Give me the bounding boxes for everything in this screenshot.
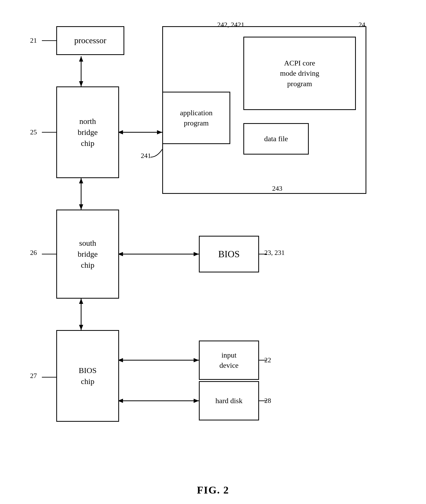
hard-disk-box: hard disk (199, 381, 259, 420)
input-device-box: input device (199, 341, 259, 380)
svg-marker-20 (194, 399, 199, 403)
south-bridge-box: south bridge chip (56, 210, 119, 299)
bios-chip-box: BIOS chip (56, 330, 119, 422)
label-24: 24 (358, 21, 365, 29)
label-25: 25 (30, 128, 37, 136)
bios-box: BIOS (199, 236, 259, 272)
application-program-box: application program (162, 92, 230, 144)
svg-marker-2 (79, 56, 83, 62)
label-27: 27 (30, 372, 37, 380)
label-243: 243 (272, 185, 282, 193)
label-28: 28 (264, 397, 271, 405)
svg-marker-17 (194, 358, 199, 362)
svg-marker-11 (157, 130, 162, 134)
acpi-core-box: ACPI core mode driving program (243, 37, 356, 110)
north-bridge-box: north bridge chip (56, 86, 119, 178)
svg-marker-5 (79, 178, 83, 183)
svg-marker-7 (79, 325, 83, 330)
data-file-box: data file (243, 123, 309, 155)
label-22: 22 (264, 356, 271, 364)
label-21: 21 (30, 37, 37, 45)
processor-box: processor (56, 26, 124, 55)
label-26: 26 (30, 249, 37, 257)
figure-caption: FIG. 2 (197, 484, 229, 496)
diagram: processor 21 north bridge chip 25 south … (16, 10, 408, 482)
svg-marker-14 (194, 252, 199, 256)
label-242: 242, 2421 (217, 21, 244, 29)
svg-marker-4 (79, 204, 83, 210)
label-23: 23, 231 (264, 249, 285, 257)
svg-marker-8 (79, 299, 83, 304)
svg-marker-1 (79, 81, 83, 86)
label-241: 241 (141, 152, 151, 160)
